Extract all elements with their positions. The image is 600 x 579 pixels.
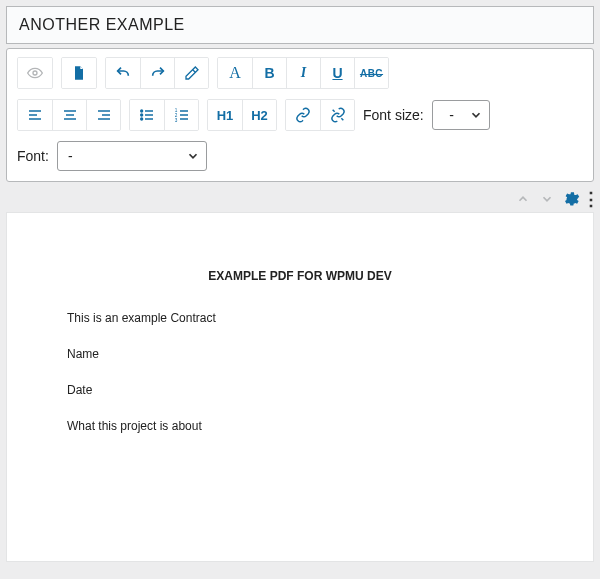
file-button[interactable]	[62, 58, 96, 88]
strikethrough-icon: ABC	[360, 68, 383, 79]
svg-text:3: 3	[174, 118, 177, 123]
eraser-button[interactable]	[174, 58, 208, 88]
link-button[interactable]	[286, 100, 320, 130]
link-icon	[295, 107, 311, 123]
italic-button[interactable]: I	[286, 58, 320, 88]
preview-button[interactable]	[18, 58, 52, 88]
underline-button[interactable]: U	[320, 58, 354, 88]
eraser-icon	[184, 65, 200, 81]
h1-icon: H1	[217, 108, 234, 123]
svg-point-10	[141, 110, 143, 112]
svg-line-22	[332, 110, 334, 112]
svg-point-0	[33, 71, 37, 75]
align-left-icon	[27, 107, 43, 123]
block-controls: ⋮	[0, 182, 600, 212]
font-size-select[interactable]: -	[432, 100, 490, 130]
settings-button[interactable]	[562, 190, 580, 208]
more-options-button[interactable]: ⋮	[586, 190, 596, 208]
align-left-button[interactable]	[18, 100, 52, 130]
redo-icon	[150, 65, 166, 81]
font-label: Font:	[17, 148, 49, 164]
bold-icon: B	[264, 65, 274, 81]
gear-icon	[562, 190, 580, 208]
list-ul-icon	[139, 107, 155, 123]
svg-point-11	[141, 114, 143, 116]
unlink-button[interactable]	[320, 100, 354, 130]
heading2-button[interactable]: H2	[242, 100, 276, 130]
align-center-icon	[62, 107, 78, 123]
undo-icon	[115, 65, 131, 81]
unordered-list-button[interactable]	[130, 100, 164, 130]
font-size-label: Font size:	[363, 107, 424, 123]
editor-toolbar: A B I U ABC	[6, 48, 594, 182]
unlink-icon	[330, 107, 346, 123]
document-line: This is an example Contract	[67, 311, 533, 325]
document-line: Date	[67, 383, 533, 397]
ordered-list-button[interactable]: 123	[164, 100, 198, 130]
undo-button[interactable]	[106, 58, 140, 88]
font-color-button[interactable]: A	[218, 58, 252, 88]
bold-button[interactable]: B	[252, 58, 286, 88]
font-value: -	[68, 148, 178, 164]
file-icon	[71, 65, 87, 81]
move-down-button[interactable]	[538, 190, 556, 208]
svg-point-12	[141, 118, 143, 120]
chevron-down-icon	[186, 149, 200, 163]
chevron-down-icon	[540, 192, 554, 206]
eye-icon	[27, 65, 43, 81]
document-heading: EXAMPLE PDF FOR WPMU DEV	[67, 269, 533, 283]
document-line: What this project is about	[67, 419, 533, 433]
align-right-icon	[96, 107, 112, 123]
list-ol-icon: 123	[174, 107, 190, 123]
underline-icon: U	[332, 65, 342, 81]
italic-icon: I	[301, 65, 306, 81]
svg-line-23	[341, 118, 343, 120]
document-editor[interactable]: EXAMPLE PDF FOR WPMU DEV This is an exam…	[6, 212, 594, 562]
h2-icon: H2	[251, 108, 268, 123]
strikethrough-button[interactable]: ABC	[354, 58, 388, 88]
font-select[interactable]: -	[57, 141, 207, 171]
heading1-button[interactable]: H1	[208, 100, 242, 130]
redo-button[interactable]	[140, 58, 174, 88]
align-center-button[interactable]	[52, 100, 86, 130]
title-input[interactable]	[6, 6, 594, 44]
chevron-down-icon	[469, 108, 483, 122]
align-right-button[interactable]	[86, 100, 120, 130]
font-size-value: -	[443, 107, 461, 123]
move-up-button[interactable]	[514, 190, 532, 208]
chevron-up-icon	[516, 192, 530, 206]
document-line: Name	[67, 347, 533, 361]
